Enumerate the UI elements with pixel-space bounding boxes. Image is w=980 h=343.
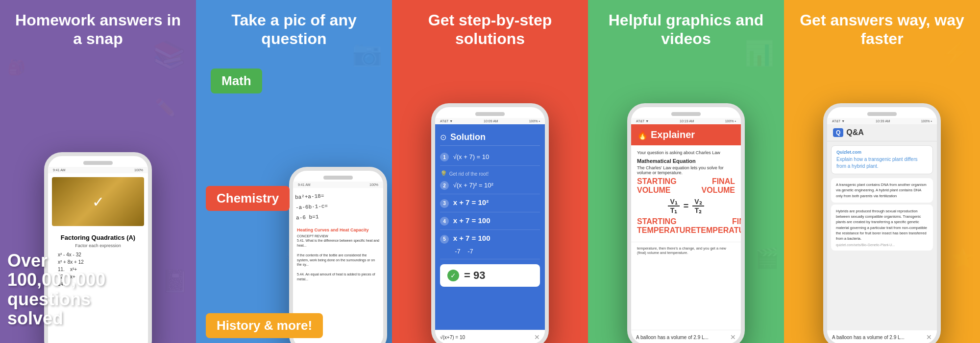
hint-text: Get rid of the root! — [449, 171, 489, 177]
stat-line-4: solved — [7, 308, 63, 328]
charles-equation: V₁ T₁ = V₂ T₂ — [637, 198, 735, 214]
pencil-icon: ✏️ — [155, 98, 176, 118]
panel-1-title: Homework answers in a snap — [0, 0, 196, 53]
v2-t2-fraction: V₂ T₂ — [692, 198, 704, 214]
status-battery-3: 100% ▪ — [529, 119, 540, 123]
equals-sign: = — [684, 201, 689, 211]
phone-status-3: AT&T ▼ 10:09 AM 100% ▪ — [435, 118, 545, 124]
chem-title: Heating Curves and Heat Capacity — [297, 228, 379, 232]
star-icon: ⭐ — [951, 247, 975, 270]
notebook-icon: 📓 — [161, 268, 189, 294]
step-eq-5: x + 7 = 100 — [453, 234, 490, 242]
solution-title: Solution — [450, 132, 486, 142]
step-num-1: 1 — [440, 153, 449, 161]
school-icon: 🎒 — [7, 59, 25, 76]
panel-graphics: 📊 🎬 Helpful graphics and videos AT&T ▼ 1… — [588, 0, 784, 343]
phone-bottom-bar-5: A balloon has a volume of 2.9 L... ✕ — [827, 330, 937, 343]
panel-2-title: Take a pic of any question — [196, 0, 392, 53]
phone-mockup-4: AT&T ▼ 10:19 AM 100% ▪ 🔥 Explainer Your … — [627, 103, 745, 343]
step-num-4: 4 — [440, 217, 449, 226]
explainer-question: Your question is asking about Charles La… — [637, 150, 735, 155]
status-battery-5: 100% ▪ — [921, 119, 932, 123]
v2-label: V₂ — [692, 198, 704, 206]
stat-line-3: questions — [7, 289, 91, 309]
step-num-3: 3 — [440, 199, 449, 208]
phone-screen-3: ⊙ Solution 1 √(x + 7) = 10 💡 Get rid of … — [435, 124, 545, 343]
status-carrier-5: AT&T ▼ — [832, 119, 845, 123]
explainer-screen: 🔥 Explainer Your question is asking abou… — [631, 124, 741, 330]
step-eq-3: x + 7 = 10² — [453, 198, 489, 206]
explainer-body: Your question is asking about Charles La… — [631, 145, 741, 242]
qa-answer-source: quizlet.com/sets/Bio-Genetic-Plant-U... — [836, 243, 928, 247]
bottom-question-4: A balloon has a volume of 2.9 L... — [636, 335, 709, 340]
status-carrier-3: AT&T ▼ — [440, 119, 453, 123]
panel-answers: ⚡ ⭐ Get answers way, way faster AT&T ▼ 1… — [784, 0, 980, 343]
stat-label: Over 100,000,000 questions solved — [7, 251, 105, 328]
close-icon[interactable]: ✕ — [534, 333, 540, 341]
chem-body: CONCEPT REVIEW 5.41. What is the differe… — [297, 234, 379, 282]
phone-screen-4: 🔥 Explainer Your question is asking abou… — [631, 124, 741, 343]
step-eq-2: √(x + 7)² = 10² — [453, 182, 493, 189]
status-time-3: 10:09 AM — [484, 119, 498, 123]
solution-screen: ⊙ Solution 1 √(x + 7) = 10 💡 Get rid of … — [435, 124, 545, 330]
qa-screen: Q Q&A Quizlet.com Explain how a transgen… — [827, 124, 937, 330]
phone-bottom-bar-3: √(x+7) = 10 ✕ — [435, 330, 545, 343]
qa-question-box: Quizlet.com Explain how a transgenic pla… — [831, 145, 933, 174]
solution-step-sub: -7 -7 — [440, 248, 540, 255]
solution-step-4: 4 x + 7 = 100 — [440, 216, 540, 226]
final-temp-label: FINALTEMPERATURE — [696, 217, 741, 235]
phone-mockup-5: AT&T ▼ 10:39 AM 100% ▪ Q Q&A Quizlet.com… — [823, 103, 941, 343]
qa-title: Q&A — [846, 128, 864, 137]
panel-5-title: Get answers way, way faster — [784, 0, 980, 53]
starting-volume-label: STARTINGVOLUME — [637, 177, 677, 195]
solution-icon: ⊙ — [440, 133, 446, 142]
explainer-body-text: The Charles' Law equation lets you solve… — [637, 165, 735, 175]
stat-line-1: Over — [7, 251, 48, 271]
solution-step-1: 1 √(x + 7) = 10 — [440, 153, 540, 161]
bottom-question-5: A balloon has a volume of 2.9 L... — [832, 335, 905, 340]
status-battery: 100% — [134, 168, 143, 172]
phone-status-1: 9:41 AM 100% — [48, 167, 148, 173]
explainer-footer-text: temperature, then there's a change, and … — [637, 246, 726, 255]
panel-4-title: Helpful graphics and videos — [588, 0, 784, 53]
video-icon: 🎬 — [755, 247, 779, 270]
step-eq-1: √(x + 7) = 10 — [453, 153, 490, 160]
status-time-5: 10:39 AM — [876, 119, 890, 123]
qa-answer-box-1: A transgenic plant contains DNA from ano… — [831, 178, 933, 203]
explainer-header: 🔥 Explainer — [631, 124, 741, 145]
explainer-title: Explainer — [651, 129, 695, 140]
chem-textbook: Heating Curves and Heat Capacity CONCEPT… — [293, 224, 383, 286]
step-num-5: 5 — [440, 235, 449, 244]
step-subtraction: -7 -7 — [451, 248, 473, 255]
close-icon-4[interactable]: ✕ — [730, 333, 736, 341]
qa-source: Quizlet.com — [836, 150, 928, 155]
phone-status-4: AT&T ▼ 10:19 AM 100% ▪ — [631, 118, 741, 124]
bottom-eq: √(x+7) = 10 — [440, 335, 465, 340]
status-battery-4: 100% ▪ — [725, 119, 736, 123]
explainer-footer: temperature, then there's a change, and … — [631, 242, 741, 259]
chemistry-tag: Chemistry — [206, 186, 290, 211]
phone-status-2: 9:41 AM 100% — [293, 182, 383, 188]
history-tag: History & more! — [206, 313, 323, 338]
status-battery-2: 100% — [369, 183, 378, 186]
answer-checkmark: ✓ — [447, 270, 459, 281]
solution-step-2: 2 √(x + 7)² = 10² — [440, 181, 540, 190]
status-time-4: 10:19 AM — [680, 119, 694, 123]
final-volume-label: FINALVOLUME — [702, 177, 735, 195]
phone-screen-5: Q Q&A Quizlet.com Explain how a transgen… — [827, 124, 937, 343]
panel-pic: 📷 ⚗️ Take a pic of any question Math Che… — [196, 0, 392, 343]
phone-mockup-3: AT&T ▼ 10:09 AM 100% ▪ ⊙ Solution 1 √(x … — [431, 103, 549, 343]
factoring-title: Factoring Quadratics (A) — [58, 234, 138, 241]
answer-box: ✓ = 93 — [440, 264, 540, 287]
qa-icon: Q — [833, 128, 843, 137]
math-tag: Math — [211, 69, 262, 93]
panel-homework: 📚 ✏️ 📓 🎒 Homework answers in a snap 9:41… — [0, 0, 196, 343]
panel-3-title: Get step-by-step solutions — [392, 0, 588, 53]
qa-answer-text-2: Hybrids are produced through sexual repr… — [836, 208, 928, 242]
status-time-2: 9:41 AM — [298, 183, 311, 186]
phone-status-5: AT&T ▼ 10:39 AM 100% ▪ — [827, 118, 937, 124]
qa-answer-box-2: Hybrids are produced through sexual repr… — [831, 205, 933, 251]
close-icon-5[interactable]: ✕ — [926, 333, 932, 341]
answer-value: = 93 — [464, 269, 485, 282]
solution-step-3: 3 x + 7 = 10² — [440, 198, 540, 208]
